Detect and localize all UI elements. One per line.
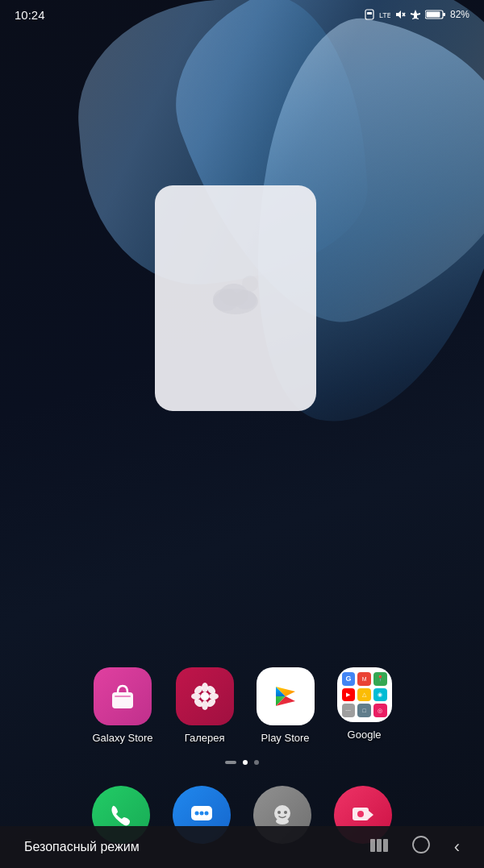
galaxy-store-label: Galaxy Store — [92, 732, 152, 744]
svg-rect-14 — [112, 692, 133, 708]
data-icon: LTE — [379, 9, 390, 20]
svg-marker-35 — [369, 811, 373, 819]
google-label: Google — [348, 729, 382, 741]
svg-point-29 — [205, 812, 209, 816]
svg-point-17 — [202, 683, 208, 692]
nav-home-button[interactable] — [412, 836, 430, 858]
app-item-gallery[interactable]: Галерея — [176, 667, 234, 744]
app-item-galaxy-store[interactable]: Galaxy Store — [92, 667, 152, 744]
gallery-label: Галерея — [185, 732, 225, 744]
svg-point-31 — [276, 818, 289, 824]
svg-rect-37 — [370, 839, 375, 852]
mute-icon — [394, 9, 406, 20]
gallery-icon — [176, 667, 234, 725]
svg-point-18 — [202, 700, 208, 710]
page-dot-inactive — [254, 760, 259, 765]
google-icon: G M 📍 ▶ △ ◉ ⋯ — [337, 667, 392, 722]
svg-text:LTE: LTE — [379, 11, 390, 19]
battery-icon — [425, 9, 446, 20]
app-item-play-store[interactable]: Play Store — [257, 667, 315, 744]
svg-rect-8 — [426, 12, 440, 18]
page-indicator — [0, 760, 484, 765]
svg-point-20 — [209, 693, 219, 700]
status-bar: 10:24 LTE — [0, 0, 484, 29]
svg-point-13 — [242, 276, 258, 292]
svg-rect-7 — [443, 13, 445, 16]
page-dot-active — [243, 760, 248, 765]
app-item-google[interactable]: G M 📍 ▶ △ ◉ ⋯ — [337, 667, 392, 744]
safe-mode-bar: Безопасный режим ‹ — [0, 826, 484, 868]
svg-rect-1 — [367, 12, 372, 15]
svg-rect-38 — [377, 839, 382, 852]
svg-point-32 — [277, 811, 281, 814]
play-store-label: Play Store — [261, 732, 310, 744]
svg-rect-39 — [383, 839, 388, 852]
svg-point-27 — [195, 812, 199, 816]
svg-point-33 — [284, 811, 287, 814]
svg-point-40 — [413, 837, 429, 853]
page-dot-lines — [225, 761, 236, 764]
app-grid: Galaxy Store Гал — [0, 667, 484, 744]
weather-widget[interactable] — [155, 185, 316, 411]
sim-icon — [364, 9, 375, 20]
battery-percent: 82% — [450, 9, 469, 20]
nav-back-button[interactable]: ‹ — [454, 837, 460, 858]
status-icons: LTE 82% — [364, 9, 469, 20]
airplane-icon — [410, 9, 421, 20]
svg-rect-15 — [115, 696, 131, 697]
weather-icon — [203, 260, 268, 337]
svg-point-19 — [191, 693, 201, 700]
svg-point-28 — [200, 812, 204, 816]
app-grid-section: Galaxy Store Гал — [0, 667, 484, 779]
svg-point-25 — [201, 692, 209, 700]
svg-marker-3 — [396, 10, 401, 19]
status-time: 10:24 — [15, 8, 45, 22]
galaxy-store-icon — [94, 667, 152, 725]
nav-recent-button[interactable] — [370, 839, 388, 856]
play-store-icon — [257, 667, 315, 725]
safe-mode-text: Безопасный режим — [24, 840, 140, 854]
svg-point-36 — [357, 811, 364, 817]
